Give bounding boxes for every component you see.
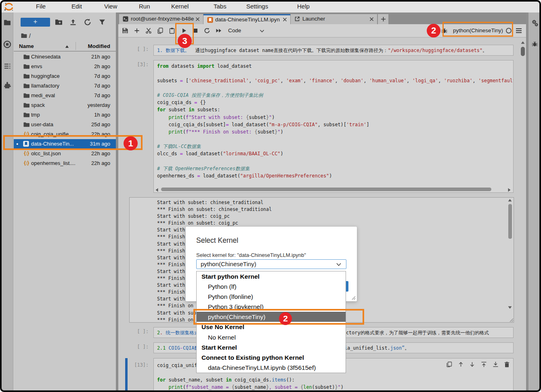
file-name: tmp [31,110,40,120]
property-inspector-icon[interactable] [531,19,539,27]
file-row[interactable]: user-data25d ago [14,120,116,129]
dialog-resize-handle[interactable] [351,295,356,300]
code-line: print(f"Start with subset: {subset}") [157,114,513,121]
code-line: olcc_ds = load_dataset("lorinma/BAAI_OL-… [157,150,513,157]
menu-file[interactable]: File [36,0,46,13]
file-row[interactable]: llamafactory7d ago [14,81,116,91]
notebook-scrollbar-thumb[interactable] [521,47,525,56]
folder-icon [23,92,30,99]
file-name: Chinesedata [31,52,61,62]
menu-tabs[interactable]: Tabs [214,0,226,13]
running-sessions-icon[interactable] [3,40,11,48]
column-header-modified[interactable]: Modified [88,43,111,49]
folder-icon [23,63,30,70]
sort-ascending-icon [65,45,69,48]
breadcrumb[interactable]: / [21,33,27,41]
kernel-select-input[interactable]: python(ChineseTiny) [196,259,346,269]
file-row[interactable]: huggingface7d ago [14,71,116,81]
extension-manager-icon[interactable] [3,81,11,90]
notebook-scroll-up-icon[interactable] [521,41,525,44]
file-row[interactable]: tmp1h ago [14,110,116,120]
breadcrumb-root[interactable]: / [29,33,31,39]
file-row[interactable]: olcc_list.json22h ago [14,149,116,158]
cell-horizontal-scrollbar[interactable] [154,187,513,192]
column-separator [75,42,76,50]
scroll-left-icon[interactable] [155,188,158,192]
scroll-right-icon[interactable] [508,188,511,192]
kernel-option-python-lfonline-[interactable]: Python (lfonline) [197,292,346,302]
paste-cells-button[interactable] [169,27,175,34]
new-launcher-button[interactable]: + [21,18,50,27]
file-browser-icon[interactable] [3,19,11,27]
refresh-file-list-button[interactable] [83,18,92,27]
file-row[interactable]: medi_eval7d ago [14,91,116,100]
cell-type-select[interactable]: Code [228,24,241,37]
cell-hscrollbar-thumb[interactable] [161,188,491,191]
toolbar-overflow-menu-icon[interactable] [516,28,522,33]
file-row[interactable]: openhermes_list....22h ago [14,158,116,168]
annotation-rect-notebook-file [3,135,143,150]
menu-settings[interactable]: Settings [246,0,268,13]
add-tab-button[interactable] [378,14,388,24]
new-folder-button[interactable] [54,18,63,27]
duplicate-cell-button[interactable] [446,361,452,367]
menu-help[interactable]: Help [297,0,310,13]
file-name: user-data [31,120,53,129]
kernel-option-no-kernel[interactable]: No Kernel [197,332,346,342]
file-modified: 7d ago [94,71,110,81]
save-button[interactable] [122,27,128,34]
folder-icon [23,73,30,79]
output-scrollbar-thumb[interactable] [508,204,512,239]
file-row[interactable]: spackyesterday [14,100,116,110]
kernel-option-data-chinesetinyllm-ipynb-3f5615ef-[interactable]: data-ChineseTinyLLM.ipynb (3f5615ef) [197,363,346,373]
tab-launcher[interactable]: Launcher [291,14,377,24]
column-header-name[interactable]: Name [19,43,34,49]
tab-close-icon[interactable] [283,17,287,22]
move-cell-down-button[interactable] [469,361,475,367]
folder-icon [23,83,30,89]
upload-button[interactable] [69,18,78,27]
cut-cells-button[interactable] [145,27,152,34]
cell-type-chevron-icon[interactable] [260,29,264,33]
file-name: envs [31,62,42,71]
active-cell-indicator[interactable] [125,358,128,392]
insert-cell-below-button[interactable] [493,361,499,367]
code-line-tail: ctory的格式要求，为了能够一起用于训练，需要先统一他们的格式 [346,329,489,336]
menu-kernel[interactable]: Kernel [171,0,189,13]
tab-close-icon[interactable] [195,17,200,21]
output-scroll-up-icon[interactable] [508,199,512,202]
debugger-sidebar-icon[interactable] [531,41,539,48]
file-modified: 25d ago [91,120,110,129]
code-line [157,84,513,92]
table-of-contents-icon[interactable] [3,62,11,70]
delete-cell-button[interactable] [504,361,510,367]
menu-run[interactable]: Run [139,0,150,13]
folder-icon [23,112,30,118]
file-name: huggingface [31,71,60,81]
code-cell[interactable]: 1. 数据下载。 通过huggingface dataset name直接在代码… [153,45,514,56]
output-resize-handle[interactable] [509,317,514,322]
cell-prompt: [ ]: [118,344,149,350]
code-cell[interactable]: from datasets import load_datasetsubsets… [153,60,514,193]
file-row[interactable]: Chinesedata21h ago [14,52,116,62]
file-row[interactable]: envs2h ago [14,62,116,71]
output-scroll-down-icon[interactable] [508,306,512,309]
filter-files-button[interactable] [98,18,107,27]
tab-data-chinesetinyllm-ipyn[interactable]: data-ChineseTinyLLM.ipyn [203,14,290,24]
restart-run-all-button[interactable] [216,27,222,34]
restart-kernel-button[interactable] [204,27,210,34]
menu-edit[interactable]: Edit [71,0,82,13]
insert-cell-button[interactable] [134,27,140,34]
menu-view[interactable]: View [104,0,117,13]
insert-cell-above-button[interactable] [481,361,487,367]
cell-prompt: [ ]: [118,329,149,334]
tab-close-icon[interactable] [369,17,374,21]
code-line: coig_cqia_ds[subset]= load_dataset("m-a-… [157,121,513,128]
copy-cells-button[interactable] [157,27,164,34]
notebook-tab-icon [207,17,213,23]
annotation-rect-kernel-indicator [442,22,513,37]
move-cell-up-button[interactable] [458,361,464,367]
file-modified: 2h ago [94,62,110,71]
kernel-option-python-lf-[interactable]: Python (lf) [197,281,346,292]
jupyter-logo-icon [3,1,15,13]
